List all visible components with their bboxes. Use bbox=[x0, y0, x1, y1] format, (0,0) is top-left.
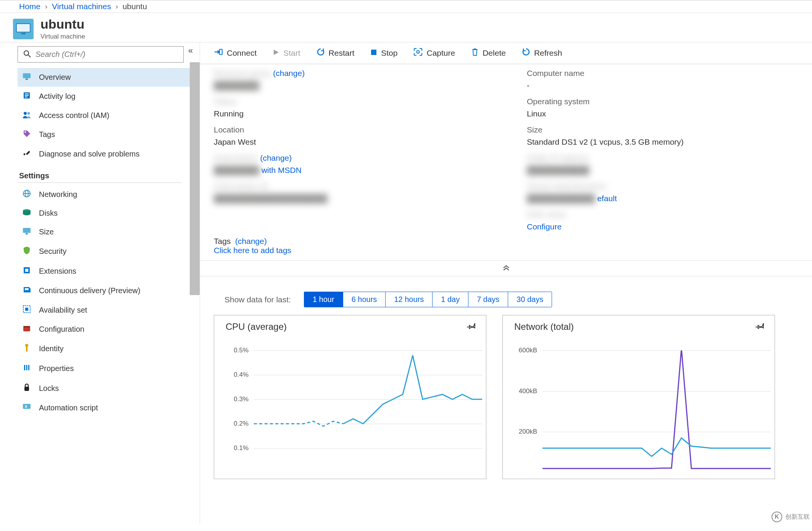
svg-rect-0 bbox=[16, 24, 30, 32]
sidebar-item-activity-log[interactable]: Activity log bbox=[18, 87, 197, 106]
page-title: ubuntu bbox=[40, 18, 85, 31]
scrollbar-thumb[interactable] bbox=[190, 62, 200, 295]
resource-group-label: Resource group bbox=[214, 69, 271, 77]
status-label: Status bbox=[214, 97, 256, 106]
sidebar: » OverviewActivity logAccess control (IA… bbox=[0, 42, 200, 524]
sidebar-item-size[interactable]: Size bbox=[18, 223, 197, 241]
tags-change[interactable]: (change) bbox=[235, 237, 267, 245]
breadcrumb: Home › Virtual machines › ubuntu bbox=[0, 0, 812, 13]
sidebar-item-continuous-delivery-preview-[interactable]: Continuous delivery (Preview) bbox=[18, 281, 197, 300]
sidebar-item-extensions[interactable]: Extensions bbox=[18, 261, 197, 281]
timerange-6-hours[interactable]: 6 hours bbox=[343, 292, 386, 307]
sidebar-item-label: Configuration bbox=[39, 325, 84, 334]
timerange-30-days[interactable]: 30 days bbox=[508, 292, 552, 307]
network-chart-card[interactable]: Network (total) 200kB400kB600kB bbox=[502, 315, 775, 479]
config-icon bbox=[21, 324, 32, 334]
sidebar-item-networking[interactable]: Networking bbox=[18, 185, 197, 204]
vnet-link[interactable]: efault bbox=[597, 194, 617, 203]
sidebar-item-tags[interactable]: Tags bbox=[18, 125, 197, 144]
y-tick: 0.3% bbox=[234, 395, 249, 403]
pin-icon[interactable] bbox=[467, 321, 477, 333]
collapse-sidebar-button[interactable]: » bbox=[188, 46, 193, 56]
sidebar-item-label: Activity log bbox=[39, 92, 76, 101]
sidebar-item-identity[interactable]: Identity bbox=[18, 339, 197, 359]
sidebar-item-label: Tags bbox=[39, 130, 55, 139]
svg-rect-33 bbox=[220, 49, 222, 55]
refresh-button[interactable]: Refresh bbox=[522, 48, 562, 58]
sidebar-item-locks[interactable]: Locks bbox=[18, 378, 197, 399]
size-label: Size bbox=[527, 125, 764, 134]
breadcrumb-home[interactable]: Home bbox=[19, 2, 40, 11]
capture-button[interactable]: Capture bbox=[413, 48, 455, 58]
sidebar-item-label: Continuous delivery (Preview) bbox=[39, 286, 140, 295]
svg-rect-17 bbox=[23, 228, 31, 233]
sidebar-item-access-control-iam-[interactable]: Access control (IAM) bbox=[18, 106, 197, 125]
svg-rect-20 bbox=[25, 269, 28, 272]
dns-configure-link[interactable]: Configure bbox=[527, 222, 562, 231]
svg-rect-8 bbox=[25, 95, 29, 96]
sidebar-item-availability-set[interactable]: Availability set bbox=[18, 300, 197, 320]
search-input[interactable] bbox=[35, 50, 178, 59]
cpu-chart-card[interactable]: CPU (average) 0.1%0.2%0.3%0.4%0.5% bbox=[214, 315, 486, 479]
timerange-7-days[interactable]: 7 days bbox=[468, 292, 508, 307]
subscription-name: ████████ bbox=[214, 166, 259, 174]
dns-name-label: DNS name bbox=[527, 210, 764, 219]
svg-rect-7 bbox=[25, 94, 29, 94]
delete-button[interactable]: Delete bbox=[471, 48, 506, 58]
iam-icon bbox=[21, 111, 32, 120]
sidebar-item-label: Automation script bbox=[39, 403, 98, 412]
breadcrumb-vms[interactable]: Virtual machines bbox=[52, 2, 111, 11]
id-icon bbox=[21, 343, 32, 354]
subscription-change[interactable]: (change) bbox=[260, 153, 292, 162]
resource-group-value: ████████ bbox=[214, 81, 450, 90]
sidebar-item-automation-script[interactable]: Automation script bbox=[18, 399, 197, 417]
svg-rect-23 bbox=[25, 308, 28, 311]
tag-icon bbox=[21, 129, 32, 140]
resource-group-change[interactable]: (change) bbox=[273, 69, 305, 77]
subscription-hint[interactable]: with MSDN bbox=[262, 166, 302, 174]
sidebar-item-label: Overview bbox=[39, 73, 71, 82]
pin-icon[interactable] bbox=[755, 321, 765, 333]
refresh-label: Refresh bbox=[534, 48, 562, 58]
chevron-right-icon: › bbox=[116, 3, 118, 11]
connect-button[interactable]: Connect bbox=[214, 48, 257, 58]
timerange-12-hours[interactable]: 12 hours bbox=[386, 292, 433, 307]
svg-point-35 bbox=[417, 51, 420, 53]
sidebar-item-properties[interactable]: Properties bbox=[18, 359, 197, 378]
svg-rect-28 bbox=[24, 365, 25, 370]
log-icon bbox=[21, 91, 32, 102]
sidebar-item-overview[interactable]: Overview bbox=[18, 68, 197, 87]
sidebar-item-diagnose-and-solve-problems[interactable]: Diagnose and solve problems bbox=[18, 144, 197, 164]
sidebar-item-security[interactable]: Security bbox=[18, 241, 197, 261]
sidebar-item-label: Disks bbox=[39, 209, 58, 218]
diag-icon bbox=[21, 149, 32, 159]
timerange-1-hour[interactable]: 1 hour bbox=[304, 292, 343, 307]
svg-rect-31 bbox=[24, 387, 29, 391]
charts-row: CPU (average) 0.1%0.2%0.3%0.4%0.5% Netwo… bbox=[200, 315, 812, 479]
svg-rect-18 bbox=[26, 233, 28, 234]
search-box[interactable] bbox=[18, 46, 184, 63]
status-value: Running bbox=[214, 109, 450, 118]
watermark-icon: K bbox=[772, 512, 782, 522]
stop-icon bbox=[370, 48, 377, 58]
timerange-1-day[interactable]: 1 day bbox=[433, 292, 468, 307]
subscription-id-label: Subscription ID bbox=[214, 182, 450, 191]
sidebar-item-label: Size bbox=[39, 228, 54, 236]
restart-button[interactable]: Restart bbox=[316, 48, 355, 58]
restart-icon bbox=[316, 48, 325, 58]
prop-icon bbox=[21, 363, 32, 374]
sidebar-item-configuration[interactable]: Configuration bbox=[18, 320, 197, 339]
start-button: Start bbox=[273, 48, 300, 58]
timerange-picker: 1 hour6 hours12 hours1 day7 days30 days bbox=[304, 292, 552, 307]
sidebar-item-disks[interactable]: Disks bbox=[18, 204, 197, 223]
add-tags-link[interactable]: Click here to add tags bbox=[214, 246, 291, 255]
essentials-collapse-button[interactable] bbox=[200, 260, 812, 276]
os-label: Operating system bbox=[527, 97, 764, 106]
monitor-icon bbox=[21, 73, 32, 82]
title-row: ubuntu Virtual machine bbox=[0, 13, 812, 42]
auto-icon bbox=[21, 403, 32, 413]
vm-icon bbox=[13, 19, 34, 39]
timerange-label: Show data for last: bbox=[224, 295, 291, 304]
stop-button[interactable]: Stop bbox=[370, 48, 397, 58]
tags-label: Tags bbox=[214, 237, 231, 245]
